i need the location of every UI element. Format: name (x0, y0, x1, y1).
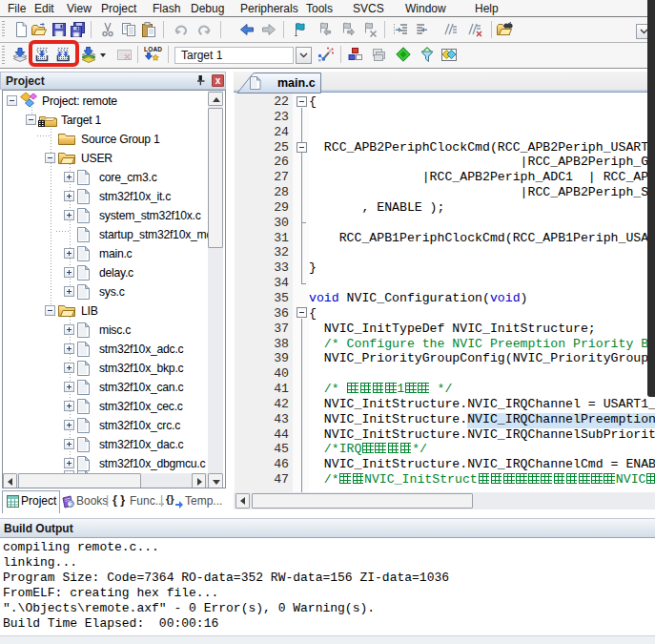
svg-text:LOAD: LOAD (144, 46, 162, 52)
svg-text:?: ? (69, 500, 72, 509)
